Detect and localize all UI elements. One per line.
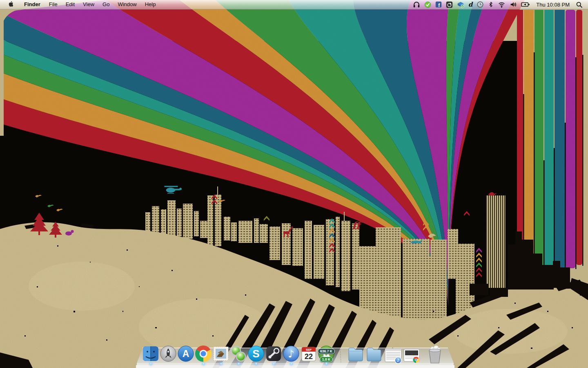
menu-bar: Finder File Edit View Go Window Help f d [0,0,588,9]
facebook-icon[interactable]: f [433,0,444,9]
battery-icon[interactable] [519,0,532,9]
svg-text:22: 22 [305,352,313,361]
running-light-chrome [202,363,205,365]
dock-skype-icon[interactable]: S [247,345,265,363]
skype-status-icon[interactable] [422,0,433,9]
dock-utorrent-icon[interactable]: µ 636.7 K 1.0 K [317,345,335,363]
time-machine-icon[interactable] [474,0,486,9]
dock-chrome-icon[interactable] [194,345,212,363]
dock-appstore-icon[interactable]: A [177,345,195,363]
dock-launchpad-icon[interactable] [159,345,177,363]
dock-minimized-chrome-window[interactable] [403,347,421,365]
svg-text:♪: ♪ [397,358,399,363]
bluetooth-icon[interactable] [486,0,496,9]
running-light-messenger [237,363,240,365]
dock-folder-1[interactable] [347,345,365,363]
dock-finder-icon[interactable] [142,345,160,363]
apple-menu[interactable] [0,0,20,9]
dock-messenger-icon[interactable] [229,345,247,363]
dock-minimized-itunes-window[interactable]: ♪ [384,347,402,365]
grain-overlay [0,0,588,368]
menu-item-window[interactable]: Window [114,0,140,9]
running-light-utorrent [325,363,328,365]
utorrent-upload-badge: 1.0 K [320,357,333,362]
utorrent-download-badge: 636.7 K [318,348,335,354]
menu-item-view[interactable]: View [79,0,98,9]
svg-text:SEP: SEP [306,348,312,351]
svg-text:S: S [252,348,259,360]
svg-text:♪: ♪ [288,348,294,360]
phone-app-icon[interactable] [444,0,455,9]
dock-mail-icon[interactable] [212,345,230,363]
dock-folder-2[interactable] [365,345,383,363]
running-light-finder [149,363,152,365]
dock-steam-icon[interactable] [265,345,283,363]
chrome-badge [413,357,419,363]
volume-icon[interactable] [508,0,519,9]
menu-item-edit[interactable]: Edit [62,0,79,9]
svg-text:A: A [183,348,189,359]
menu-item-go[interactable]: Go [98,0,114,9]
dock: A S [136,345,454,368]
spotlight-icon[interactable] [574,0,585,9]
headphones-icon[interactable] [411,0,422,9]
dropbox-icon[interactable] [455,0,466,9]
dock-trash-icon[interactable] [424,343,445,361]
menu-item-file[interactable]: File [45,0,62,9]
desktop: ff [0,0,588,368]
wallpaper: ff [0,0,588,368]
running-light-mail [220,363,223,365]
running-light-itunes [290,363,293,365]
apple-icon [7,1,13,8]
dock-ical-icon[interactable]: SEP 22 [300,345,318,363]
menu-item-finder[interactable]: Finder [20,0,45,9]
dock-itunes-icon[interactable]: ♪ [282,345,300,363]
menu-item-help[interactable]: Help [141,0,160,9]
wifi-icon[interactable] [496,0,508,9]
droplr-icon[interactable]: d [466,0,475,9]
running-light-steam [272,363,275,365]
menu-clock[interactable]: Thu 10:08 PM [532,2,574,8]
running-light-skype [255,363,258,365]
